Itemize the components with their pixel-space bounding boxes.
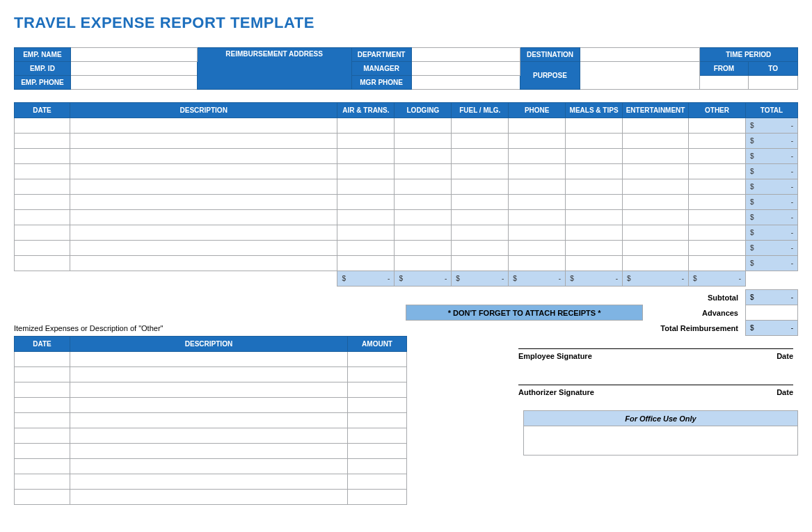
expense-cell[interactable] [70,164,337,179]
expense-cell[interactable] [337,256,395,271]
expense-cell[interactable] [70,256,337,271]
advances-input[interactable] [746,305,798,321]
itemized-cell[interactable] [70,490,347,505]
expense-cell[interactable] [337,179,395,195]
expense-cell[interactable] [509,241,566,256]
expense-cell[interactable] [452,164,509,179]
destination-input[interactable] [580,48,699,62]
from-input[interactable] [699,76,749,90]
expense-cell[interactable] [689,256,746,271]
expense-cell[interactable] [689,134,746,149]
expense-cell[interactable] [509,118,566,134]
expense-cell[interactable] [395,256,452,271]
expense-cell[interactable] [623,149,689,164]
expense-cell[interactable] [566,134,623,149]
expense-cell[interactable] [623,179,689,195]
itemized-cell[interactable] [348,474,407,490]
expense-cell[interactable] [623,134,689,149]
expense-cell[interactable] [509,210,566,225]
office-use-body[interactable] [524,426,798,456]
expense-cell[interactable] [689,118,746,134]
itemized-cell[interactable] [70,428,347,444]
expense-cell[interactable] [689,225,746,241]
expense-cell[interactable] [689,149,746,164]
expense-cell[interactable] [452,149,509,164]
emp-name-input[interactable] [70,48,197,62]
expense-cell[interactable] [566,149,623,164]
itemized-cell[interactable] [348,444,407,459]
itemized-cell[interactable] [15,459,70,474]
itemized-cell[interactable] [348,428,407,444]
expense-cell[interactable] [623,256,689,271]
expense-cell[interactable] [395,164,452,179]
expense-cell[interactable] [509,149,566,164]
expense-cell[interactable] [15,241,70,256]
itemized-cell[interactable] [70,444,347,459]
expense-cell[interactable] [15,164,70,179]
expense-cell[interactable] [395,195,452,210]
itemized-cell[interactable] [70,398,347,413]
expense-cell[interactable] [689,210,746,225]
expense-cell[interactable] [623,164,689,179]
expense-cell[interactable] [509,164,566,179]
expense-cell[interactable] [566,256,623,271]
expense-cell[interactable] [395,134,452,149]
expense-cell[interactable] [15,118,70,134]
itemized-cell[interactable] [15,367,70,382]
expense-cell[interactable] [15,195,70,210]
expense-cell[interactable] [452,195,509,210]
expense-cell[interactable] [15,210,70,225]
expense-cell[interactable] [15,134,70,149]
itemized-cell[interactable] [70,474,347,490]
itemized-cell[interactable] [15,474,70,490]
expense-cell[interactable] [452,256,509,271]
itemized-cell[interactable] [70,459,347,474]
itemized-cell[interactable] [348,459,407,474]
expense-cell[interactable] [566,179,623,195]
expense-cell[interactable] [509,134,566,149]
expense-cell[interactable] [70,241,337,256]
expense-cell[interactable] [337,210,395,225]
expense-cell[interactable] [337,134,395,149]
expense-cell[interactable] [452,210,509,225]
itemized-cell[interactable] [348,382,407,398]
itemized-cell[interactable] [15,428,70,444]
itemized-cell[interactable] [15,398,70,413]
expense-cell[interactable] [566,164,623,179]
mgr-phone-input[interactable] [411,76,520,90]
expense-cell[interactable] [70,149,337,164]
itemized-cell[interactable] [15,413,70,428]
expense-cell[interactable] [689,241,746,256]
itemized-cell[interactable] [70,413,347,428]
expense-cell[interactable] [689,164,746,179]
expense-cell[interactable] [15,225,70,241]
itemized-cell[interactable] [70,382,347,398]
expense-cell[interactable] [70,195,337,210]
itemized-cell[interactable] [348,490,407,505]
itemized-cell[interactable] [15,444,70,459]
purpose-input[interactable] [580,62,699,90]
itemized-cell[interactable] [70,367,347,382]
expense-cell[interactable] [337,149,395,164]
expense-cell[interactable] [395,241,452,256]
expense-cell[interactable] [566,225,623,241]
expense-cell[interactable] [337,225,395,241]
expense-cell[interactable] [70,179,337,195]
expense-cell[interactable] [70,225,337,241]
itemized-cell[interactable] [15,490,70,505]
itemized-cell[interactable] [15,352,70,367]
expense-cell[interactable] [70,134,337,149]
itemized-cell[interactable] [348,352,407,367]
expense-cell[interactable] [623,118,689,134]
expense-cell[interactable] [566,241,623,256]
expense-cell[interactable] [337,118,395,134]
expense-cell[interactable] [509,179,566,195]
expense-cell[interactable] [509,195,566,210]
expense-cell[interactable] [395,225,452,241]
expense-cell[interactable] [452,179,509,195]
expense-cell[interactable] [337,164,395,179]
expense-cell[interactable] [337,195,395,210]
expense-cell[interactable] [566,118,623,134]
expense-cell[interactable] [70,210,337,225]
expense-cell[interactable] [689,195,746,210]
